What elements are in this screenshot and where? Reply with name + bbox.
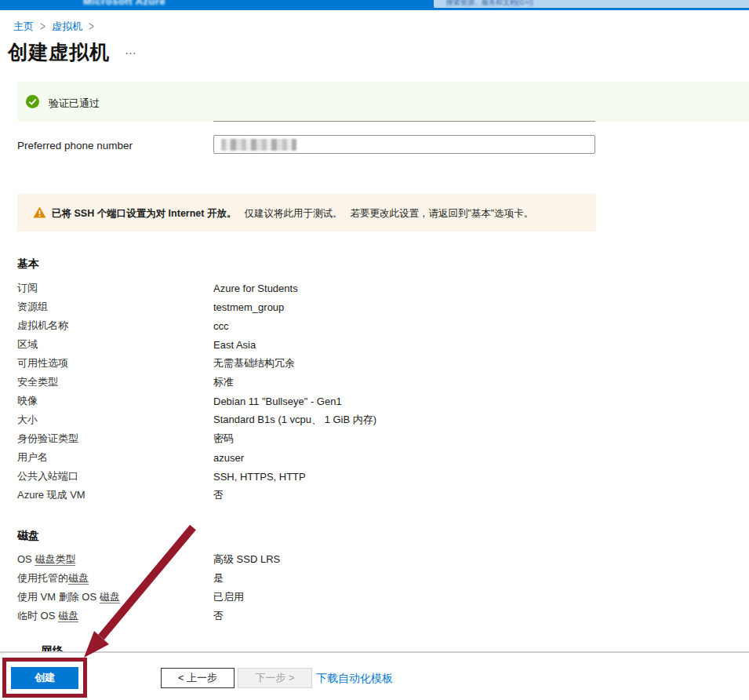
summary-label: 虚拟机名称 bbox=[17, 319, 213, 333]
summary-row-username: 用户名azuser bbox=[17, 448, 582, 467]
summary-value: 无需基础结构冗余 bbox=[213, 356, 295, 370]
summary-value: Debian 11 "Bullseye" - Gen1 bbox=[213, 396, 342, 407]
summary-label: 临时 OS 磁盘 bbox=[17, 609, 213, 623]
validation-message: 验证已通过 bbox=[49, 97, 100, 111]
summary-value: Azure for Students bbox=[213, 283, 298, 294]
summary-label: 可用性选项 bbox=[17, 356, 213, 370]
summary-row-resource-group: 资源组testmem_group bbox=[17, 297, 582, 316]
summary-value: testmem_group bbox=[213, 301, 284, 313]
tooltip-term[interactable]: 磁盘 bbox=[100, 591, 120, 603]
summary-row-delete-os-disk: 使用 VM 删除 OS 磁盘已启用 bbox=[17, 588, 582, 607]
summary-value: 已启用 bbox=[213, 590, 244, 604]
summary-row-security-type: 安全类型标准 bbox=[17, 373, 582, 392]
summary-row-auth-type: 身份验证类型密码 bbox=[17, 429, 582, 448]
summary-row-inbound-ports: 公共入站端口SSH, HTTPS, HTTP bbox=[17, 467, 582, 486]
azure-logo[interactable]: Microsoft Azure bbox=[83, 0, 165, 7]
summary-row-size: 大小Standard B1s (1 vcpu、 1 GiB 内存) bbox=[17, 410, 582, 429]
summary-value: azuser bbox=[213, 452, 244, 464]
tooltip-term[interactable]: 磁盘 bbox=[68, 572, 89, 585]
download-template-link[interactable]: 下载自动化模板 bbox=[316, 672, 393, 686]
summary-label: 使用 VM 删除 OS 磁盘 bbox=[17, 590, 213, 604]
footer-bar: 创建 < 上一步 下一步 > 下载自动化模板 bbox=[0, 653, 749, 700]
summary-label: 大小 bbox=[17, 413, 213, 427]
redacted-phone-value bbox=[221, 139, 296, 151]
summary-value: 否 bbox=[213, 488, 224, 502]
section-header-basics: 基本 bbox=[17, 257, 39, 272]
summary-row-subscription: 订阅Azure for Students bbox=[17, 279, 582, 297]
basics-summary-list: 订阅Azure for Students 资源组testmem_group 虚拟… bbox=[17, 279, 582, 505]
summary-value: 密码 bbox=[213, 432, 234, 446]
summary-value: East Asia bbox=[213, 339, 256, 351]
ssh-warning-banner: 已将 SSH 个端口设置为对 Internet 开放。仅建议将此用于测试。若要更… bbox=[17, 194, 596, 232]
check-circle-icon bbox=[26, 95, 39, 108]
label-text: 临时 OS bbox=[17, 610, 58, 622]
tooltip-term[interactable]: 磁盘类型 bbox=[35, 553, 75, 566]
summary-label: 身份验证类型 bbox=[17, 432, 213, 446]
label-text: 使用 VM 删除 OS bbox=[17, 591, 100, 603]
summary-label: Azure 现成 VM bbox=[17, 488, 213, 502]
summary-label: 区域 bbox=[17, 337, 213, 352]
section-header-disks: 磁盘 bbox=[17, 529, 39, 543]
summary-label: 公共入站端口 bbox=[17, 469, 213, 483]
page-title: 创建虚拟机 bbox=[8, 39, 110, 65]
label-text: OS bbox=[17, 553, 35, 565]
previous-button[interactable]: < 上一步 bbox=[161, 668, 235, 688]
top-bar: Microsoft Azure 搜索资源、服务和文档(G+/) bbox=[0, 0, 749, 10]
phone-number-input[interactable] bbox=[213, 135, 595, 154]
summary-label: 使用托管的磁盘 bbox=[17, 571, 213, 585]
summary-value: Standard B1s (1 vcpu、 1 GiB 内存) bbox=[213, 413, 376, 427]
summary-row-spot-vm: Azure 现成 VM否 bbox=[17, 486, 582, 505]
breadcrumb-home-link[interactable]: 主页 bbox=[13, 20, 34, 34]
warning-message: 已将 SSH 个端口设置为对 Internet 开放。仅建议将此用于测试。若要更… bbox=[52, 207, 533, 221]
summary-row-ephemeral-os-disk: 临时 OS 磁盘否 bbox=[17, 607, 582, 625]
chevron-right-icon: > bbox=[89, 20, 94, 34]
phone-number-label: Preferred phone number bbox=[17, 140, 133, 151]
more-menu-button[interactable]: … bbox=[125, 43, 137, 57]
summary-label: 安全类型 bbox=[17, 375, 213, 389]
summary-label: 订阅 bbox=[17, 281, 213, 295]
summary-label: OS 磁盘类型 bbox=[17, 552, 213, 567]
warning-triangle-icon bbox=[33, 206, 46, 218]
create-button[interactable]: 创建 bbox=[11, 667, 78, 689]
breadcrumb: 主页 > 虚拟机 > bbox=[13, 20, 94, 34]
summary-value: SSH, HTTPS, HTTP bbox=[213, 471, 306, 483]
search-input[interactable]: 搜索资源、服务和文档(G+/) bbox=[434, 0, 749, 8]
summary-label: 用户名 bbox=[17, 450, 213, 465]
chevron-right-icon: > bbox=[40, 20, 45, 34]
summary-value: 高级 SSD LRS bbox=[213, 552, 280, 567]
summary-row-os-disk-type: OS 磁盘类型高级 SSD LRS bbox=[17, 550, 582, 569]
summary-value: ccc bbox=[213, 320, 229, 332]
label-text: 使用托管的 bbox=[17, 572, 68, 584]
warning-message-rest1: 仅建议将此用于测试。 bbox=[244, 208, 342, 219]
warning-message-bold: 已将 SSH 个端口设置为对 Internet 开放。 bbox=[52, 208, 236, 219]
search-placeholder: 搜索资源、服务和文档(G+/) bbox=[446, 0, 533, 8]
summary-row-managed-disks: 使用托管的磁盘是 bbox=[17, 569, 582, 588]
summary-row-vm-name: 虚拟机名称ccc bbox=[17, 316, 582, 335]
tooltip-term[interactable]: 磁盘 bbox=[58, 610, 78, 622]
disks-summary-list: OS 磁盘类型高级 SSD LRS 使用托管的磁盘是 使用 VM 删除 OS 磁… bbox=[17, 550, 582, 625]
summary-row-region: 区域East Asia bbox=[17, 335, 582, 354]
summary-row-image: 映像Debian 11 "Bullseye" - Gen1 bbox=[17, 392, 582, 410]
summary-label: 映像 bbox=[17, 394, 213, 408]
summary-value: 标准 bbox=[213, 375, 234, 389]
summary-label: 资源组 bbox=[17, 300, 213, 314]
summary-value: 是 bbox=[213, 571, 224, 585]
breadcrumb-virtual-machines-link[interactable]: 虚拟机 bbox=[52, 20, 82, 34]
validation-success-banner: 验证已通过 bbox=[17, 82, 749, 122]
summary-value: 否 bbox=[213, 609, 224, 623]
summary-row-availability: 可用性选项无需基础结构冗余 bbox=[17, 354, 582, 373]
next-button-disabled[interactable]: 下一步 > bbox=[238, 668, 312, 688]
clipped-input-border bbox=[213, 121, 595, 122]
warning-message-rest2: 若要更改此设置，请返回到"基本"选项卡。 bbox=[350, 208, 533, 219]
